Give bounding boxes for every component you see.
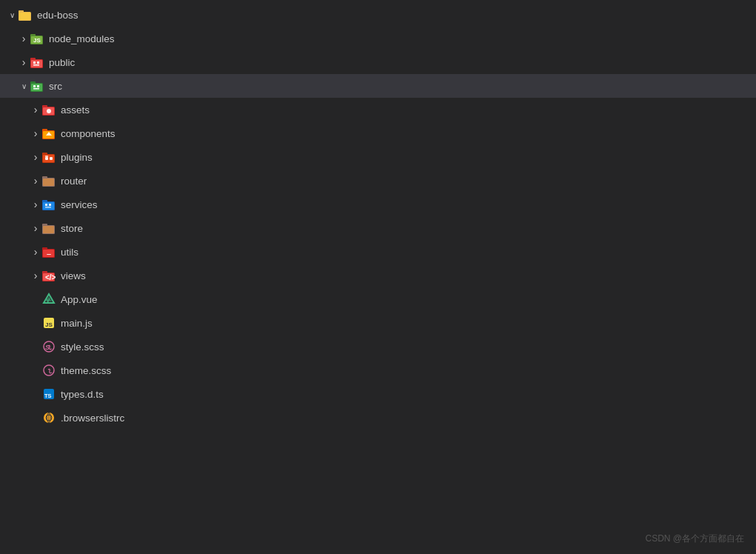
views-folder-icon: </> xyxy=(41,268,56,283)
tree-item-main-js[interactable]: JS main.js xyxy=(0,311,756,335)
no-chevron xyxy=(30,317,41,329)
components-label: components xyxy=(61,128,116,139)
browserslist-file-icon xyxy=(41,410,56,425)
chevron-right-icon xyxy=(30,151,41,163)
assets-folder-icon xyxy=(41,102,56,117)
svg-text:TS: TS xyxy=(44,393,52,399)
tree-item-browserslistrc[interactable]: .browserslistrc xyxy=(0,406,756,430)
node-modules-folder-icon: JS xyxy=(30,31,44,46)
chevron-right-icon xyxy=(30,104,41,116)
svg-point-22 xyxy=(47,109,51,113)
js-file-icon: JS xyxy=(41,316,56,330)
chevron-right-icon xyxy=(30,270,41,281)
svg-rect-40 xyxy=(49,204,51,206)
router-label: router xyxy=(61,176,87,187)
store-folder-icon xyxy=(41,221,56,236)
chevron-right-icon xyxy=(30,127,41,139)
chevron-right-icon xyxy=(30,175,41,187)
plugins-label: plugins xyxy=(61,152,93,163)
root-label: edu-boss xyxy=(37,10,78,21)
utils-label: utils xyxy=(61,247,78,258)
svg-text:</>: </> xyxy=(45,273,56,281)
scss-file-icon: S xyxy=(41,339,56,354)
chevron-down-icon xyxy=(18,80,30,92)
types-dts-label: types.d.ts xyxy=(61,389,104,400)
public-folder-icon xyxy=(30,55,44,70)
services-label: services xyxy=(61,199,98,210)
svg-rect-2 xyxy=(19,13,30,20)
src-folder-icon xyxy=(30,79,44,93)
svg-rect-16 xyxy=(33,85,36,87)
store-label: store xyxy=(61,223,83,234)
svg-text:V: V xyxy=(46,297,50,304)
chevron-right-icon xyxy=(18,56,30,68)
tree-item-store[interactable]: store xyxy=(0,216,756,240)
tree-item-utils[interactable]: utils xyxy=(0,240,756,264)
no-chevron xyxy=(30,412,41,424)
chevron-right-icon xyxy=(30,222,41,234)
svg-rect-10 xyxy=(33,61,36,64)
scss-file-icon-2 xyxy=(41,363,56,378)
svg-text:JS: JS xyxy=(45,321,53,328)
no-chevron xyxy=(30,388,41,400)
components-folder-icon xyxy=(41,126,56,141)
svg-rect-41 xyxy=(45,207,51,208)
tree-item-views[interactable]: </> views xyxy=(0,264,756,287)
svg-rect-15 xyxy=(31,84,42,91)
svg-rect-44 xyxy=(43,226,54,233)
svg-rect-31 xyxy=(50,157,53,160)
tree-item-edu-boss[interactable]: edu-boss xyxy=(0,3,756,27)
services-folder-icon xyxy=(41,197,56,212)
browserslistrc-label: .browserslistrc xyxy=(61,413,124,424)
ts-file-icon: TS xyxy=(41,387,56,401)
svg-rect-35 xyxy=(43,178,54,186)
tree-item-public[interactable]: public xyxy=(0,50,756,74)
tree-item-components[interactable]: components xyxy=(0,121,756,145)
svg-rect-38 xyxy=(43,202,54,210)
chevron-down-icon xyxy=(6,9,18,21)
svg-rect-39 xyxy=(45,204,47,206)
svg-rect-11 xyxy=(37,61,39,64)
tree-item-src[interactable]: src xyxy=(0,74,756,98)
vue-file-icon: V xyxy=(41,292,56,307)
chevron-right-icon xyxy=(18,33,30,44)
folder-icon xyxy=(18,7,33,22)
router-folder-icon xyxy=(41,173,56,188)
chevron-right-icon xyxy=(30,246,41,258)
svg-point-61 xyxy=(44,365,54,376)
svg-rect-30 xyxy=(45,157,48,160)
main-js-label: main.js xyxy=(61,318,93,329)
tree-item-style-scss[interactable]: S style.scss xyxy=(0,335,756,358)
chevron-right-icon xyxy=(30,198,41,210)
svg-rect-9 xyxy=(31,60,42,67)
node-modules-label: node_modules xyxy=(49,33,115,44)
no-chevron xyxy=(30,293,41,305)
public-label: public xyxy=(49,57,75,68)
tree-item-assets[interactable]: assets xyxy=(0,98,756,121)
utils-folder-icon xyxy=(41,244,56,259)
no-chevron xyxy=(30,341,41,353)
svg-rect-18 xyxy=(33,88,39,90)
watermark: CSDN @各个方面都自在 xyxy=(645,533,744,545)
assets-label: assets xyxy=(61,104,90,116)
tree-item-node-modules[interactable]: JS node_modules xyxy=(0,27,756,50)
theme-scss-label: theme.scss xyxy=(61,365,111,376)
svg-rect-17 xyxy=(37,85,39,87)
plugins-folder-icon xyxy=(41,150,56,164)
views-label: views xyxy=(61,270,86,281)
app-vue-label: App.vue xyxy=(61,294,98,305)
no-chevron xyxy=(30,364,41,376)
svg-text:S: S xyxy=(45,344,50,351)
svg-text:JS: JS xyxy=(33,37,41,44)
style-scss-label: style.scss xyxy=(61,341,104,353)
tree-item-plugins[interactable]: plugins xyxy=(0,145,756,169)
tree-item-router[interactable]: router xyxy=(0,169,756,193)
file-explorer: edu-boss JS node_modules xyxy=(0,0,756,554)
src-label: src xyxy=(49,81,62,92)
svg-rect-32 xyxy=(45,156,48,157)
tree-item-types-dts[interactable]: TS types.d.ts xyxy=(0,382,756,406)
tree-item-app-vue[interactable]: V App.vue xyxy=(0,287,756,311)
tree-item-theme-scss[interactable]: theme.scss xyxy=(0,358,756,382)
tree-item-services[interactable]: services xyxy=(0,193,756,216)
svg-rect-12 xyxy=(33,64,39,66)
